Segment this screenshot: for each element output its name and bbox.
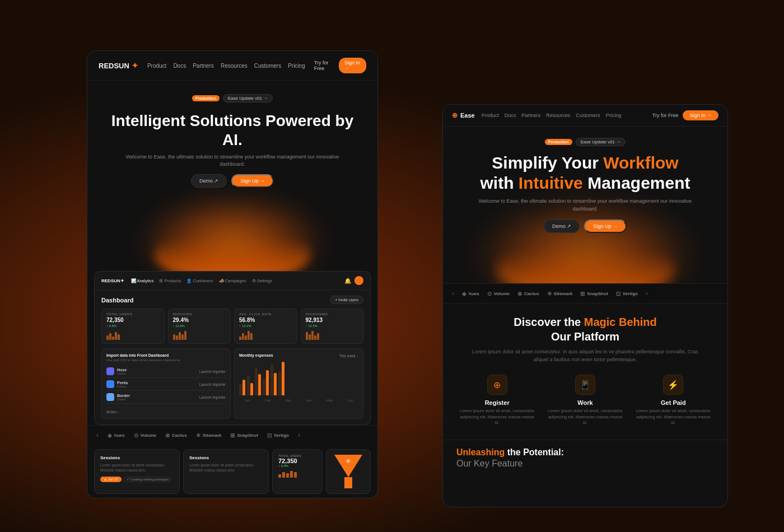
ease-logo-text: Ease	[460, 112, 475, 119]
partner-sitemark-left: ✳ Sitemark	[196, 432, 222, 438]
import-card-footer: Action ↓	[106, 407, 226, 414]
right-hero-buttons: Demo ↗ Sign Up →	[544, 220, 627, 233]
hero-buttons: Demo ↗ Sign Up →	[191, 174, 274, 188]
dash-nav-campaigns[interactable]: 📣 Campaigns	[219, 278, 246, 283]
nav-partners[interactable]: Partners	[193, 63, 214, 69]
sitemark-logo-icon: ✳	[196, 432, 200, 438]
sessions-tag: ✓ Creating working prototypes	[124, 477, 171, 482]
r-snapshot-icon: ⊞	[580, 291, 585, 297]
r-nav-docs[interactable]: Docs	[505, 113, 516, 118]
badge-production: Production	[192, 95, 220, 101]
r-badge-ease[interactable]: Ease Update v01 →	[576, 138, 626, 146]
r-nav-pricing[interactable]: Pricing	[606, 113, 622, 118]
partner-prev-left[interactable]: ‹	[96, 431, 99, 439]
chart-labels: Jan Feb Mar Apr May Jun	[239, 399, 358, 402]
signup-button[interactable]: Sign Up →	[231, 174, 274, 188]
right-hero: Production Ease Update v01 → Simplify Yo…	[443, 127, 727, 283]
left-logo: REDSUN ✦	[99, 61, 138, 70]
action-button[interactable]: Action ↓	[106, 410, 119, 414]
expenses-chart	[239, 358, 358, 398]
r-demo-button[interactable]: Demo ↗	[544, 220, 580, 233]
nav-docs[interactable]: Docs	[173, 63, 186, 69]
r-vertigo-icon: ⊡	[616, 291, 620, 297]
work-text: Lorem ipsum dolor sit amet, consectetur …	[547, 408, 623, 426]
nav-resources[interactable]: Resources	[221, 63, 248, 69]
r-sign-in-button[interactable]: Sign In →	[683, 110, 718, 120]
work-icon: 📱	[575, 375, 595, 395]
expenses-card: Monthly expenses This week ↓	[234, 348, 363, 419]
bell-icon[interactable]: 🔔	[344, 278, 351, 284]
partner-hues-left: ◈ hues	[108, 432, 125, 438]
mini-chart-sessions	[173, 329, 226, 340]
dashboard-header-row: Dashboard + Invite users	[101, 296, 363, 304]
mini-chart-users	[106, 329, 160, 340]
r-hues-icon: ◈	[462, 291, 466, 297]
this-week-filter[interactable]: This week ↓	[339, 354, 358, 358]
ease-logo-icon: ⊕	[452, 111, 458, 119]
r-nav-customers[interactable]: Customers	[576, 113, 600, 118]
dash-nav-customers[interactable]: 👤 Customers	[186, 278, 213, 283]
border-import-link[interactable]: Launch importer	[199, 395, 226, 399]
dashboard-title: Dashboard	[101, 297, 133, 304]
feature-cards: ⊕ Register Lorem ipsum dolor sit amet, c…	[456, 372, 714, 428]
dashboard-two-col: Import data into Front Dashboard Use and…	[101, 348, 363, 419]
penta-import-link[interactable]: Launch importer	[199, 382, 226, 386]
mini-chart-pageviews	[306, 329, 359, 340]
right-panel: ⊕ Ease Product Docs Partners Resources C…	[442, 104, 728, 507]
r-nav-product[interactable]: Product	[482, 113, 499, 118]
funnel-shape: ⊕	[334, 455, 362, 488]
sign-in-button[interactable]: Sign In →	[339, 58, 366, 73]
r-partner-vertigo: ⊡ Vertigo	[616, 291, 638, 297]
partner-prev-right[interactable]: ‹	[452, 290, 454, 297]
nav-customers[interactable]: Customers	[254, 63, 281, 69]
sessions-pill: ▲ Jan 27	[100, 477, 122, 482]
r-nav-resources[interactable]: Resources	[546, 113, 570, 118]
nav-product[interactable]: Product	[147, 63, 166, 69]
feature-register: ⊕ Register Lorem ipsum dolor sit amet, c…	[456, 372, 538, 428]
logo-text: REDSUN	[99, 62, 129, 70]
vertigo-logo-icon: ⊡	[267, 432, 272, 438]
dash-nav-analytics[interactable]: 📊 Analytics	[131, 278, 154, 283]
try-free-button[interactable]: Try for Free	[314, 60, 333, 71]
huse-icon	[106, 367, 114, 375]
get-paid-title: Get Paid	[635, 399, 712, 406]
funnel-icon: ⊕	[346, 458, 351, 464]
dash-nav-settings[interactable]: ⚙ Settings	[252, 278, 272, 283]
right-hero-title: Simplify Your Workflow with Intuitive Ma…	[463, 153, 707, 193]
partner-volume-left: ⊙ Volume	[134, 432, 156, 438]
invite-users-button[interactable]: + Invite users	[330, 296, 363, 304]
mini-stat-card: TOTAL USERS 72,350 ↑ 6.8%	[272, 449, 323, 494]
feature-get-paid: ⚡ Get Paid Lorem ipsum dolor sit amet, c…	[633, 372, 714, 428]
right-nav: ⊕ Ease Product Docs Partners Resources C…	[443, 105, 727, 127]
bottom-cards: Sessions Lorem ipsum dolor sit amet cons…	[87, 445, 377, 498]
register-title: Register	[459, 399, 535, 406]
dash-logo: REDSUN✦	[101, 278, 124, 283]
unleashing-title: Unleashing the Potential: Our Key Featur…	[456, 447, 714, 470]
dash-nav-right: 🔔	[344, 276, 363, 285]
right-nav-right: Try for Free Sign In →	[652, 110, 718, 120]
logo-star-icon: ✦	[132, 61, 138, 70]
dash-nav-products[interactable]: ⊞ Products	[159, 278, 181, 283]
left-nav: REDSUN ✦ Product Docs Partners Resources…	[87, 51, 377, 81]
nav-pricing[interactable]: Pricing	[288, 63, 305, 69]
volume-logo-icon: ⊙	[134, 432, 138, 438]
hero-subtitle: Welcome to Ease, the ultimate solution t…	[87, 153, 377, 167]
dashboard-content: Dashboard + Invite users TOTAL USERS 72,…	[95, 290, 370, 424]
right-hero-badge: Production Ease Update v01 →	[545, 138, 626, 146]
dash-nav-items: 📊 Analytics ⊞ Products 👤 Customers 📣 Cam…	[131, 278, 272, 283]
register-icon: ⊕	[487, 375, 507, 395]
user-avatar	[354, 276, 363, 285]
r-nav-partners[interactable]: Partners	[521, 113, 540, 118]
huse-import-link[interactable]: Launch importer	[199, 370, 226, 374]
partner-next-left[interactable]: ›	[298, 431, 300, 439]
partner-bar-right: ‹ ◈ hues ⊙ Volume ⊗ Cactus ✳ Sitemark ⊞ …	[443, 283, 727, 304]
r-try-free-button[interactable]: Try for Free	[652, 113, 679, 118]
badge-ease[interactable]: Ease Update v01 →	[223, 94, 273, 102]
partner-next-right[interactable]: ›	[646, 290, 648, 297]
dashboard-card: REDSUN✦ 📊 Analytics ⊞ Products 👤 Custome…	[94, 271, 371, 425]
demo-button[interactable]: Demo ↗	[191, 174, 227, 188]
r-signup-button[interactable]: Sign Up →	[584, 220, 627, 233]
right-logo: ⊕ Ease	[452, 111, 475, 119]
partner-vertigo-left: ⊡ Vertigo	[267, 432, 289, 438]
r-sitemark-icon: ✳	[547, 291, 552, 297]
